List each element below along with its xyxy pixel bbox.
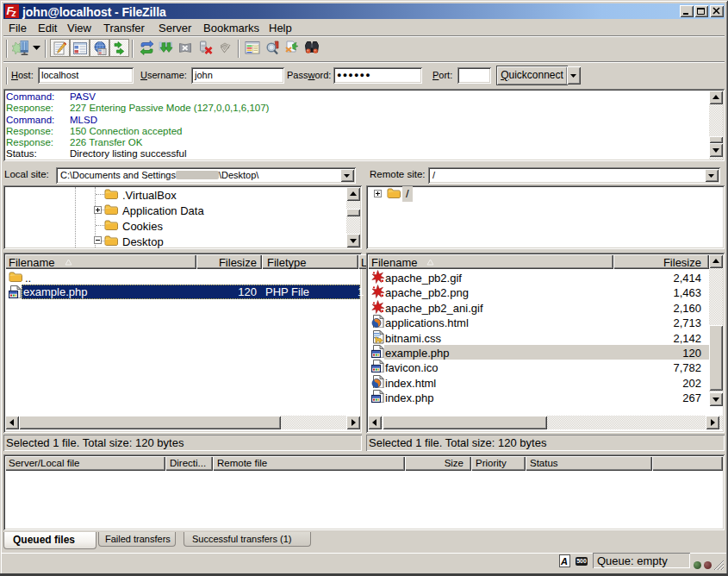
svg-text:z: z — [11, 9, 16, 18]
